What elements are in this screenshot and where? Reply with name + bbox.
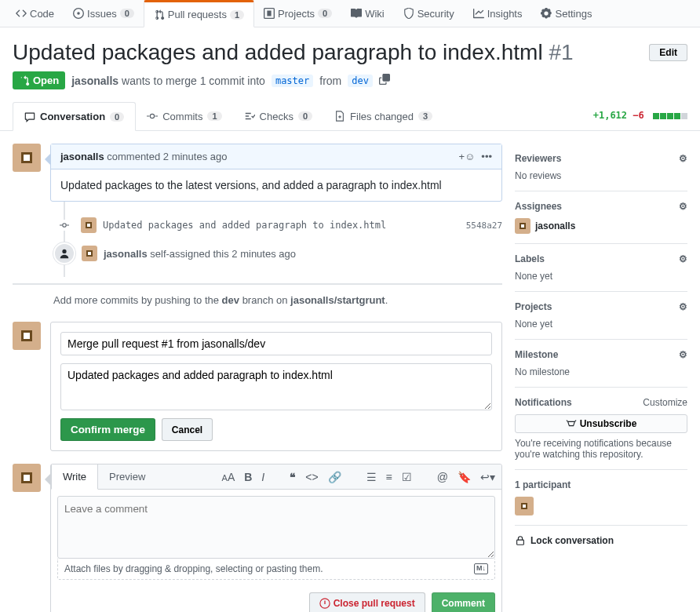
self-assign-event: jasonalls self-assigned this 2 minutes a… <box>81 236 502 271</box>
milestone-body: No milestone <box>515 366 687 377</box>
close-pr-button[interactable]: Close pull request <box>309 592 425 612</box>
subtab-conversation[interactable]: Conversation0 <box>13 102 136 131</box>
ul-icon[interactable]: ☰ <box>366 471 377 483</box>
tab-projects[interactable]: Projects0 <box>254 0 341 27</box>
merge-title-input[interactable] <box>60 332 492 355</box>
labels-heading: Labels <box>515 253 545 264</box>
cancel-merge-button[interactable]: Cancel <box>162 418 213 441</box>
kebab-icon[interactable]: ••• <box>481 151 492 162</box>
quote-icon[interactable]: ❝ <box>290 471 296 483</box>
edit-button[interactable]: Edit <box>649 44 687 61</box>
copy-icon[interactable] <box>379 74 390 87</box>
subtab-commits[interactable]: Commits1 <box>136 102 232 130</box>
base-branch[interactable]: master <box>272 75 313 87</box>
ol-icon[interactable]: ≡ <box>386 471 392 483</box>
labels-body: None yet <box>515 271 687 282</box>
push-hint: Add more commits by pushing to the dev b… <box>13 283 502 315</box>
heading-icon[interactable]: AA <box>222 471 235 483</box>
avatar[interactable] <box>13 144 41 172</box>
svg-point-1 <box>151 114 155 118</box>
state-open-badge: Open <box>13 71 65 89</box>
task-icon[interactable]: ☑ <box>402 471 412 483</box>
md-toolbar: AA B I ❝ <> 🔗 ☰ ≡ ☑ @ 🔖 ↩▾ <box>222 471 495 483</box>
comment-textarea[interactable] <box>57 496 495 559</box>
link-icon[interactable]: 🔗 <box>328 471 341 483</box>
attach-hint[interactable]: Attach files by dragging & dropping, sel… <box>57 559 495 580</box>
avatar <box>81 217 97 233</box>
avatar[interactable] <box>13 322 41 350</box>
code-icon[interactable]: <> <box>305 471 318 483</box>
tab-code[interactable]: Code <box>6 0 64 27</box>
merge-body-input[interactable]: Updated packages and added paragraph to … <box>60 363 492 410</box>
add-reaction-icon[interactable]: +☺ <box>458 151 475 162</box>
comment-button[interactable]: Comment <box>432 592 495 612</box>
tab-pull-requests[interactable]: Pull requests1 <box>144 0 254 27</box>
milestone-heading: Milestone <box>515 349 558 360</box>
svg-point-2 <box>63 224 67 228</box>
person-icon <box>53 242 75 264</box>
preview-tab[interactable]: Preview <box>98 464 156 489</box>
gear-icon[interactable]: ⚙ <box>679 253 687 264</box>
subtab-checks[interactable]: Checks0 <box>233 102 323 130</box>
tab-issues[interactable]: Issues0 <box>64 0 144 27</box>
reply-icon[interactable]: ↩▾ <box>480 471 495 483</box>
merge-confirmation: Updated packages and added paragraph to … <box>50 322 502 451</box>
mention-icon[interactable]: @ <box>437 471 448 483</box>
svg-point-0 <box>77 12 80 15</box>
pr-title: Updated packages and added paragraph to … <box>13 40 574 65</box>
head-branch[interactable]: dev <box>348 75 373 87</box>
write-tab[interactable]: Write <box>51 464 98 490</box>
markdown-icon[interactable]: M↓ <box>474 563 488 574</box>
gear-icon[interactable]: ⚙ <box>679 349 687 360</box>
tab-settings[interactable]: Settings <box>531 0 601 27</box>
gear-icon[interactable]: ⚙ <box>679 201 687 212</box>
assignee-row[interactable]: jasonalls <box>515 218 687 234</box>
gear-icon[interactable]: ⚙ <box>679 301 687 312</box>
bookmark-icon[interactable]: 🔖 <box>458 471 471 483</box>
bold-icon[interactable]: B <box>244 471 252 483</box>
diffstat: +1,612 −6 <box>593 102 687 130</box>
customize-link[interactable]: Customize <box>643 397 687 408</box>
subtab-files[interactable]: Files changed3 <box>323 102 443 130</box>
notification-reason: You're receiving notifications because y… <box>515 438 687 460</box>
reviewers-body: No reviews <box>515 170 687 181</box>
avatar <box>82 246 97 261</box>
repo-tabnav: Code Issues0 Pull requests1 Projects0 Wi… <box>0 0 700 27</box>
projects-body: None yet <box>515 319 687 330</box>
tab-security[interactable]: Security <box>394 0 464 27</box>
italic-icon[interactable]: I <box>261 471 264 483</box>
gear-icon[interactable]: ⚙ <box>679 153 687 164</box>
assignees-heading: Assignees <box>515 201 562 212</box>
unsubscribe-button[interactable]: Unsubscribe <box>515 414 687 433</box>
avatar[interactable] <box>13 464 41 492</box>
tab-wiki[interactable]: Wiki <box>341 0 394 27</box>
new-comment-box: Write Preview AA B I ❝ <> 🔗 ☰ ≡ ☑ @ <box>50 464 502 612</box>
sidebar: Reviewers⚙ No reviews Assignees⚙ jasonal… <box>515 144 687 612</box>
confirm-merge-button[interactable]: Confirm merge <box>60 418 155 441</box>
tab-insights[interactable]: Insights <box>464 0 532 27</box>
reviewers-heading: Reviewers <box>515 153 561 164</box>
pr-status-row: Open jasonalls wants to merge 1 commit i… <box>0 65 700 102</box>
projects-heading: Projects <box>515 301 552 312</box>
svg-rect-5 <box>517 540 524 545</box>
commit-icon <box>59 220 70 231</box>
commit-row[interactable]: Updated packages and added paragraph to … <box>81 214 502 236</box>
first-comment: jasonalls commented 2 minutes ago +☺ •••… <box>50 144 502 202</box>
notifications-heading: Notifications <box>515 397 572 408</box>
svg-point-3 <box>62 250 66 253</box>
participants-heading: 1 participant <box>515 479 571 490</box>
comment-body: Updated packages to the latest versions,… <box>51 169 501 201</box>
lock-conversation[interactable]: Lock conversation <box>515 526 687 546</box>
participant-avatar[interactable] <box>515 497 534 515</box>
